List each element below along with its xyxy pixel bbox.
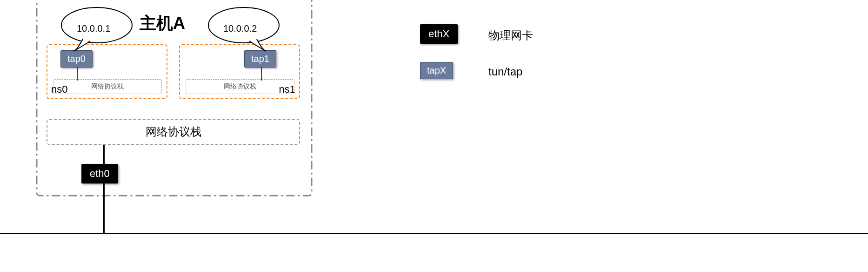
ns1-stack: 网络协议栈	[186, 79, 294, 94]
tap0-connector	[77, 67, 78, 81]
tap1-connector	[261, 67, 262, 81]
main-network-stack: 网络协议栈	[47, 119, 300, 145]
tap1-box: tap1	[244, 50, 276, 68]
legend-tapx-desc: tun/tap	[488, 65, 522, 78]
eth0-connector	[103, 145, 105, 233]
ns0-stack: 网络协议栈	[53, 79, 162, 94]
network-baseline	[0, 233, 868, 234]
legend-tapx-box: tapX	[420, 62, 453, 79]
legend-ethx-box: ethX	[420, 24, 458, 44]
legend-ethx-desc: 物理网卡	[488, 28, 533, 43]
ip-ns1: 10.0.0.2	[223, 23, 257, 34]
host-title: 主机A	[140, 12, 185, 35]
ip-ns0: 10.0.0.1	[77, 23, 110, 34]
tap0-box: tap0	[60, 50, 93, 68]
eth0-box: eth0	[81, 164, 118, 184]
